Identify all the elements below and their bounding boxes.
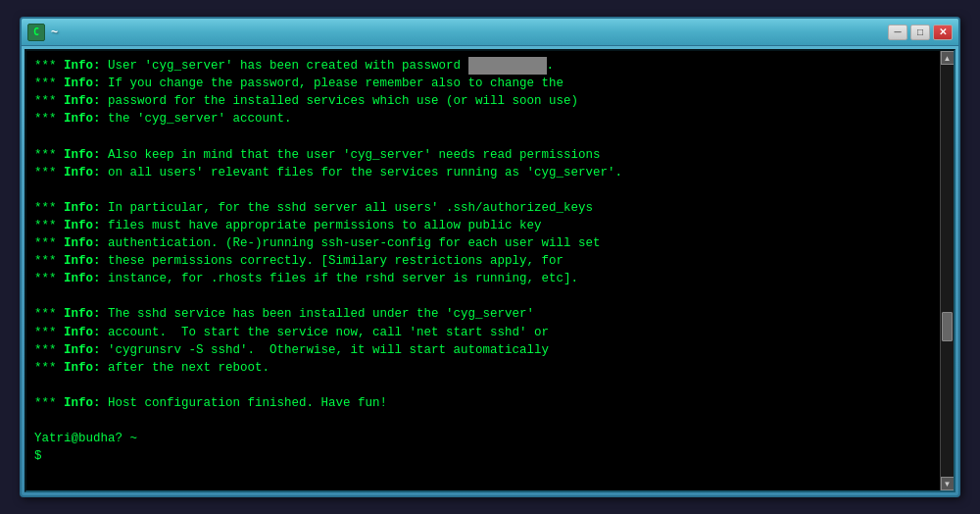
terminal-line-10: *** Info: files must have appropriate pe… bbox=[34, 217, 932, 234]
empty-line-5 bbox=[34, 412, 932, 430]
window-title: ~ bbox=[51, 26, 888, 39]
terminal-line-4: *** Info: the 'cyg_server' account. bbox=[34, 110, 932, 128]
close-button[interactable]: ✕ bbox=[933, 25, 953, 40]
minimize-button[interactable]: ─ bbox=[888, 25, 907, 40]
scroll-thumb[interactable] bbox=[942, 312, 953, 341]
terminal-line-12: *** Info: these permissions correctly. [… bbox=[34, 252, 932, 270]
terminal-line-16: *** Info: account. To start the service … bbox=[34, 324, 932, 341]
terminal-prompt-line: Yatri@budha? ~ bbox=[34, 430, 932, 447]
terminal-line-11: *** Info: authentication. (Re-)running s… bbox=[34, 234, 932, 252]
scroll-down-button[interactable]: ▼ bbox=[941, 477, 955, 490]
terminal-line-17: *** Info: 'cygrunsrv -S sshd'. Otherwise… bbox=[34, 341, 932, 359]
title-bar: C ~ ─ □ ✕ bbox=[22, 19, 958, 46]
terminal-cursor-line: $ bbox=[34, 447, 932, 465]
terminal-line-9: *** Info: In particular, for the sshd se… bbox=[34, 199, 932, 217]
prompt-dollar: $ bbox=[34, 449, 42, 463]
star-prefix: *** bbox=[34, 59, 64, 73]
maximize-button[interactable]: □ bbox=[910, 25, 930, 40]
window-controls: ─ □ ✕ bbox=[888, 25, 953, 40]
line-text: User 'cyg_server' has been created with … bbox=[101, 59, 468, 73]
terminal-line-6: *** Info: Also keep in mind that the use… bbox=[34, 146, 932, 164]
terminal-window: C ~ ─ □ ✕ *** Info: User 'cyg_server' ha… bbox=[20, 17, 960, 497]
terminal-line-2: *** Info: If you change the password, pl… bbox=[34, 75, 932, 92]
prompt-user: Yatri@budha? ~ bbox=[34, 432, 137, 445]
scroll-up-button[interactable]: ▲ bbox=[941, 51, 955, 65]
info-label: Info: bbox=[64, 59, 101, 73]
terminal-output[interactable]: *** Info: User 'cyg_server' has been cre… bbox=[26, 51, 940, 490]
empty-line-1 bbox=[34, 128, 932, 146]
empty-line-3 bbox=[34, 287, 932, 305]
terminal-line-1: *** Info: User 'cyg_server' has been cre… bbox=[34, 57, 932, 75]
empty-line-2 bbox=[34, 181, 932, 199]
terminal-line-20: *** Info: Host configuration finished. H… bbox=[34, 394, 932, 412]
terminal-line-15: *** Info: The sshd service has been inst… bbox=[34, 305, 932, 323]
redacted-password bbox=[468, 57, 547, 75]
terminal-line-18: *** Info: after the next reboot. bbox=[34, 359, 932, 377]
terminal-line-3: *** Info: password for the installed ser… bbox=[34, 92, 932, 110]
empty-line-4 bbox=[34, 377, 932, 394]
scrollbar: ▲ ▼ bbox=[940, 51, 954, 490]
scroll-track[interactable] bbox=[941, 65, 954, 477]
terminal-line-13: *** Info: instance, for .rhosts files if… bbox=[34, 270, 932, 287]
terminal-area: *** Info: User 'cyg_server' has been cre… bbox=[24, 49, 956, 492]
terminal-line-7: *** Info: on all users' relevant files f… bbox=[34, 164, 932, 181]
app-icon: C bbox=[27, 24, 45, 41]
